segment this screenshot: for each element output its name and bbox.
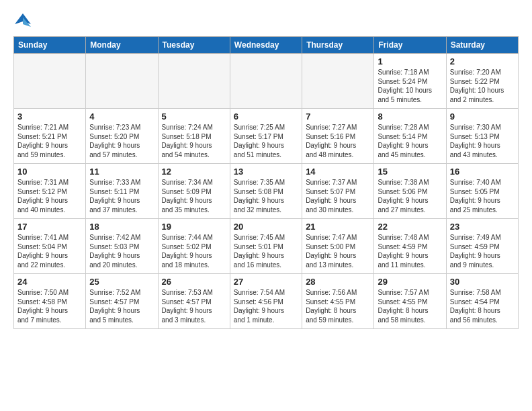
cell-info: Sunrise: 7:57 AM Sunset: 4:55 PM Dayligh… [378, 288, 442, 324]
day-number: 29 [378, 277, 442, 287]
calendar-cell: 16Sunrise: 7:40 AM Sunset: 5:05 PM Dayli… [446, 164, 518, 219]
calendar-cell: 12Sunrise: 7:34 AM Sunset: 5:09 PM Dayli… [158, 164, 230, 219]
calendar: SundayMondayTuesdayWednesdayThursdayFrid… [13, 36, 519, 329]
calendar-cell: 20Sunrise: 7:45 AM Sunset: 5:01 PM Dayli… [230, 219, 302, 274]
cell-info: Sunrise: 7:34 AM Sunset: 5:09 PM Dayligh… [162, 178, 226, 214]
calendar-cell: 4Sunrise: 7:23 AM Sunset: 5:20 PM Daylig… [86, 109, 158, 164]
calendar-cell: 7Sunrise: 7:27 AM Sunset: 5:16 PM Daylig… [302, 109, 374, 164]
calendar-cell: 19Sunrise: 7:44 AM Sunset: 5:02 PM Dayli… [158, 219, 230, 274]
calendar-cell: 23Sunrise: 7:49 AM Sunset: 4:59 PM Dayli… [446, 219, 518, 274]
day-number: 10 [17, 167, 82, 177]
calendar-cell: 8Sunrise: 7:28 AM Sunset: 5:14 PM Daylig… [374, 109, 446, 164]
cell-info: Sunrise: 7:27 AM Sunset: 5:16 PM Dayligh… [306, 123, 370, 159]
week-row-4: 17Sunrise: 7:41 AM Sunset: 5:04 PM Dayli… [14, 219, 519, 274]
day-number: 12 [162, 167, 226, 177]
day-number: 9 [450, 111, 515, 122]
week-row-3: 10Sunrise: 7:31 AM Sunset: 5:12 PM Dayli… [14, 164, 519, 219]
day-number: 4 [89, 111, 154, 122]
week-row-1: 1Sunrise: 7:18 AM Sunset: 5:24 PM Daylig… [14, 54, 519, 109]
calendar-cell: 15Sunrise: 7:38 AM Sunset: 5:06 PM Dayli… [374, 164, 446, 219]
cell-info: Sunrise: 7:54 AM Sunset: 4:56 PM Dayligh… [234, 288, 298, 324]
calendar-cell: 28Sunrise: 7:56 AM Sunset: 4:55 PM Dayli… [302, 274, 374, 329]
weekday-header-friday: Friday [374, 37, 446, 54]
calendar-cell: 30Sunrise: 7:58 AM Sunset: 4:54 PM Dayli… [446, 274, 518, 329]
cell-info: Sunrise: 7:21 AM Sunset: 5:21 PM Dayligh… [17, 123, 82, 159]
calendar-cell: 17Sunrise: 7:41 AM Sunset: 5:04 PM Dayli… [14, 219, 86, 274]
day-number: 6 [234, 111, 298, 122]
cell-info: Sunrise: 7:50 AM Sunset: 4:58 PM Dayligh… [17, 288, 82, 324]
cell-info: Sunrise: 7:33 AM Sunset: 5:11 PM Dayligh… [89, 178, 154, 214]
cell-info: Sunrise: 7:30 AM Sunset: 5:13 PM Dayligh… [450, 123, 515, 159]
day-number: 24 [17, 277, 82, 287]
day-number: 26 [162, 277, 226, 287]
logo [13, 11, 35, 30]
calendar-cell: 25Sunrise: 7:52 AM Sunset: 4:57 PM Dayli… [86, 274, 158, 329]
calendar-cell: 21Sunrise: 7:47 AM Sunset: 5:00 PM Dayli… [302, 219, 374, 274]
calendar-cell: 5Sunrise: 7:24 AM Sunset: 5:18 PM Daylig… [158, 109, 230, 164]
cell-info: Sunrise: 7:40 AM Sunset: 5:05 PM Dayligh… [450, 178, 515, 214]
cell-info: Sunrise: 7:31 AM Sunset: 5:12 PM Dayligh… [17, 178, 82, 214]
weekday-header-thursday: Thursday [302, 37, 374, 54]
day-number: 27 [234, 277, 298, 287]
calendar-cell [14, 54, 86, 109]
cell-info: Sunrise: 7:35 AM Sunset: 5:08 PM Dayligh… [234, 178, 298, 214]
calendar-cell: 3Sunrise: 7:21 AM Sunset: 5:21 PM Daylig… [14, 109, 86, 164]
weekday-header-monday: Monday [86, 37, 158, 54]
cell-info: Sunrise: 7:47 AM Sunset: 5:00 PM Dayligh… [306, 233, 370, 269]
day-number: 18 [89, 222, 154, 232]
day-number: 25 [89, 277, 154, 287]
cell-info: Sunrise: 7:44 AM Sunset: 5:02 PM Dayligh… [162, 233, 226, 269]
weekday-header-row: SundayMondayTuesdayWednesdayThursdayFrid… [14, 37, 519, 54]
day-number: 23 [450, 222, 515, 232]
calendar-cell: 27Sunrise: 7:54 AM Sunset: 4:56 PM Dayli… [230, 274, 302, 329]
day-number: 17 [17, 222, 82, 232]
weekday-header-saturday: Saturday [446, 37, 518, 54]
calendar-cell: 9Sunrise: 7:30 AM Sunset: 5:13 PM Daylig… [446, 109, 518, 164]
day-number: 14 [306, 167, 370, 177]
cell-info: Sunrise: 7:38 AM Sunset: 5:06 PM Dayligh… [378, 178, 442, 214]
calendar-cell: 13Sunrise: 7:35 AM Sunset: 5:08 PM Dayli… [230, 164, 302, 219]
cell-info: Sunrise: 7:49 AM Sunset: 4:59 PM Dayligh… [450, 233, 515, 269]
day-number: 28 [306, 277, 370, 287]
calendar-cell: 22Sunrise: 7:48 AM Sunset: 4:59 PM Dayli… [374, 219, 446, 274]
day-number: 20 [234, 222, 298, 232]
day-number: 15 [378, 167, 442, 177]
day-number: 16 [450, 167, 515, 177]
cell-info: Sunrise: 7:48 AM Sunset: 4:59 PM Dayligh… [378, 233, 442, 269]
calendar-cell: 29Sunrise: 7:57 AM Sunset: 4:55 PM Dayli… [374, 274, 446, 329]
day-number: 19 [162, 222, 226, 232]
calendar-cell [230, 54, 302, 109]
cell-info: Sunrise: 7:41 AM Sunset: 5:04 PM Dayligh… [17, 233, 82, 269]
cell-info: Sunrise: 7:23 AM Sunset: 5:20 PM Dayligh… [89, 123, 154, 159]
cell-info: Sunrise: 7:18 AM Sunset: 5:24 PM Dayligh… [378, 68, 442, 104]
day-number: 11 [89, 167, 154, 177]
calendar-cell: 18Sunrise: 7:42 AM Sunset: 5:03 PM Dayli… [86, 219, 158, 274]
week-row-2: 3Sunrise: 7:21 AM Sunset: 5:21 PM Daylig… [14, 109, 519, 164]
day-number: 30 [450, 277, 515, 287]
weekday-header-wednesday: Wednesday [230, 37, 302, 54]
calendar-cell: 6Sunrise: 7:25 AM Sunset: 5:17 PM Daylig… [230, 109, 302, 164]
calendar-cell: 24Sunrise: 7:50 AM Sunset: 4:58 PM Dayli… [14, 274, 86, 329]
weekday-header-sunday: Sunday [14, 37, 86, 54]
day-number: 21 [306, 222, 370, 232]
calendar-cell [158, 54, 230, 109]
page: SundayMondayTuesdayWednesdayThursdayFrid… [0, 0, 532, 411]
cell-info: Sunrise: 7:56 AM Sunset: 4:55 PM Dayligh… [306, 288, 370, 324]
calendar-cell: 2Sunrise: 7:20 AM Sunset: 5:22 PM Daylig… [446, 54, 518, 109]
cell-info: Sunrise: 7:20 AM Sunset: 5:22 PM Dayligh… [450, 68, 515, 104]
cell-info: Sunrise: 7:42 AM Sunset: 5:03 PM Dayligh… [89, 233, 154, 269]
cell-info: Sunrise: 7:58 AM Sunset: 4:54 PM Dayligh… [450, 288, 515, 324]
day-number: 13 [234, 167, 298, 177]
cell-info: Sunrise: 7:45 AM Sunset: 5:01 PM Dayligh… [234, 233, 298, 269]
calendar-cell [302, 54, 374, 109]
week-row-5: 24Sunrise: 7:50 AM Sunset: 4:58 PM Dayli… [14, 274, 519, 329]
logo-icon [13, 11, 32, 30]
calendar-cell [86, 54, 158, 109]
day-number: 5 [162, 111, 226, 122]
cell-info: Sunrise: 7:53 AM Sunset: 4:57 PM Dayligh… [162, 288, 226, 324]
cell-info: Sunrise: 7:37 AM Sunset: 5:07 PM Dayligh… [306, 178, 370, 214]
day-number: 2 [450, 56, 515, 66]
day-number: 3 [17, 111, 82, 122]
day-number: 8 [378, 111, 442, 122]
cell-info: Sunrise: 7:52 AM Sunset: 4:57 PM Dayligh… [89, 288, 154, 324]
